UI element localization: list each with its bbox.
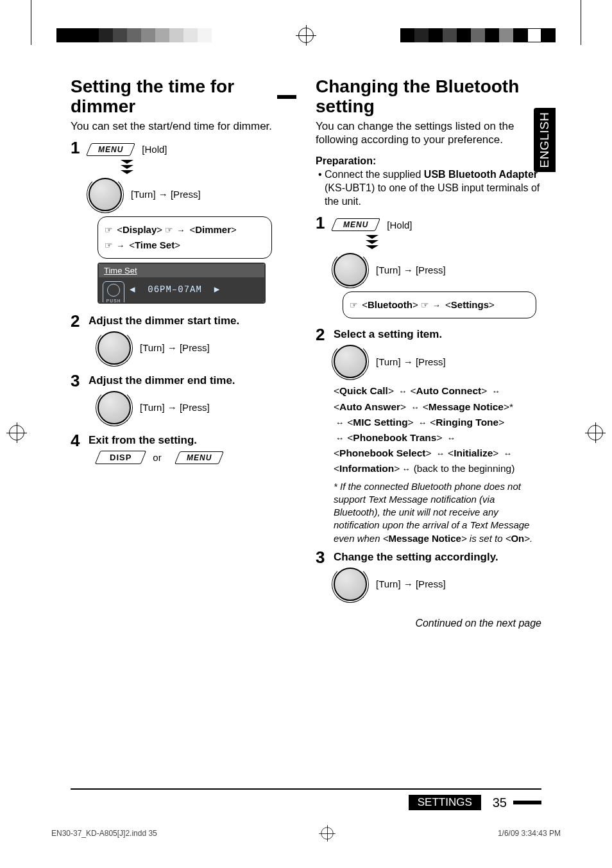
color-bars-right — [400, 28, 556, 42]
down-arrow-icon — [121, 160, 133, 174]
registration-target-icon — [321, 827, 334, 839]
hand-icon: ☞ — [105, 223, 113, 237]
menu-button-icon: MENU — [86, 143, 135, 156]
step-4: 4 Exit from the setting. DISP or MENU — [71, 432, 296, 468]
menu-path-box: ☞ <Display> ☞→ <Dimmer> ☞→ <Time Set> — [98, 216, 272, 259]
menu-path-box: ☞ <Bluetooth> ☞→ <Settings> — [343, 291, 536, 318]
step-1: 1 MENU [Hold] [Turn] → [Press] ☞ <Displa… — [71, 139, 296, 309]
disp-button-icon: DISP — [95, 451, 147, 464]
bt-step-3: 3 Change the setting accordingly. [Turn]… — [316, 549, 541, 605]
hand-icon: ☞ — [165, 223, 173, 237]
rotary-dial-icon — [334, 253, 367, 286]
bluetooth-options-list: <Quick Call> ↔ <Auto Connect> ↔ <Auto An… — [334, 383, 541, 476]
registration-target-icon — [298, 28, 314, 43]
imprint-row: EN30-37_KD-A805[J]2.indd 35 1/6/09 3:34:… — [51, 826, 561, 841]
rotary-dial-icon — [334, 568, 367, 601]
push-dial-icon: PUSH — [103, 281, 124, 304]
page-number: 35 — [493, 795, 507, 810]
rotary-dial-icon — [98, 391, 131, 424]
color-bars-left — [56, 28, 212, 42]
step-3: 3 Adjust the dimmer end time. [Turn] → [… — [71, 372, 296, 428]
menu-button-icon: MENU — [174, 451, 224, 464]
rotary-dial-icon — [334, 345, 367, 378]
rotary-dial-icon — [98, 331, 131, 365]
footnote: * If the connected Bluetooth phone does … — [334, 480, 541, 545]
registration-target-icon — [588, 425, 603, 440]
left-column: Setting the time for dimmer You can set … — [71, 77, 296, 791]
registration-marks-top — [0, 27, 612, 44]
lcd-screen: Time Set PUSH ◀ 06PM–07AM ▶ — [98, 263, 266, 304]
down-arrow-icon — [366, 235, 378, 249]
registration-target-icon — [9, 425, 24, 440]
hand-icon: ☞ — [421, 298, 429, 312]
preparation-heading: Preparation: — [316, 155, 541, 167]
intro-dimmer: You can set the start/end time for dimme… — [71, 119, 296, 133]
continued-text: Continued on the next page — [316, 618, 541, 629]
hand-icon: ☞ — [105, 238, 113, 252]
imprint-date: 1/6/09 3:34:43 PM — [498, 829, 561, 838]
intro-bluetooth: You can change the settings listed on th… — [316, 119, 541, 147]
footer-rule — [71, 788, 541, 790]
heading-bluetooth: Changing the Bluetooth setting — [316, 77, 541, 117]
step-2: 2 Adjust the dimmer start time. [Turn] →… — [71, 313, 296, 369]
footer-bar — [513, 801, 541, 804]
bt-step-2: 2 Select a setting item. [Turn] → [Press… — [316, 326, 541, 544]
preparation-text: • Connect the supplied USB Bluetooth Ada… — [316, 168, 541, 208]
menu-button-icon: MENU — [331, 218, 380, 231]
heading-dimmer: Setting the time for dimmer — [71, 77, 296, 117]
hand-icon: ☞ — [350, 298, 358, 312]
imprint-file: EN30-37_KD-A805[J]2.indd 35 — [51, 829, 157, 838]
bt-step-1: 1 MENU [Hold] [Turn] → [Press] ☞ <Blueto… — [316, 214, 541, 322]
section-chip: SETTINGS — [409, 795, 481, 810]
right-column: Changing the Bluetooth setting You can c… — [316, 77, 541, 791]
rotary-dial-icon — [89, 178, 122, 211]
section-footer: SETTINGS 35 — [71, 795, 541, 810]
